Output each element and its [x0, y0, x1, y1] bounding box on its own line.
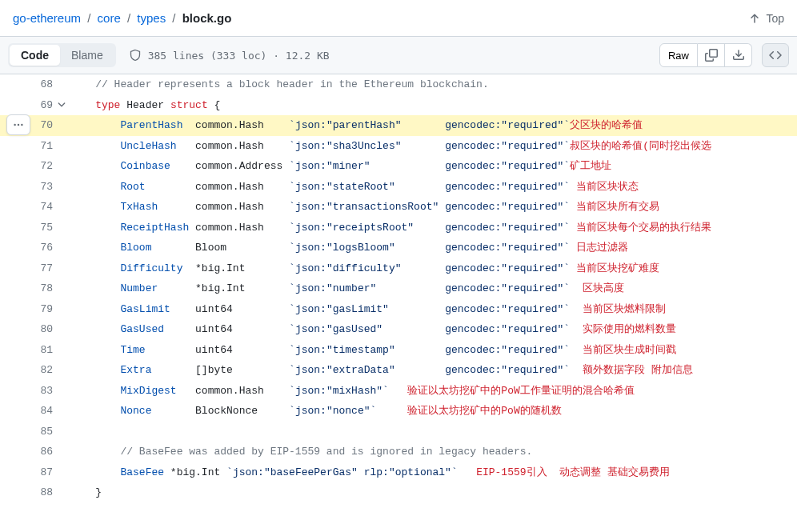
line-content: Extra []byte `json:"extraData" gencodec:…	[70, 360, 797, 381]
line-number[interactable]: 87	[0, 462, 70, 483]
file-stats: 385 lines (333 loc) · 12.2 KB	[148, 50, 330, 62]
file-toolbar: Code Blame 385 lines (333 loc) · 12.2 KB…	[0, 36, 797, 74]
line-content: Difficulty *big.Int `json:"difficulty" g…	[70, 258, 797, 279]
breadcrumb: go-ethereum / core / types / block.go	[13, 11, 231, 25]
line-content: type Header struct {	[70, 95, 797, 116]
kebab-icon	[13, 119, 24, 130]
svg-point-2	[21, 124, 22, 126]
breadcrumb-repo[interactable]: go-ethereum	[13, 11, 81, 25]
line-content: // Header represents a block header in t…	[70, 74, 797, 95]
line-content: BaseFee *big.Int `json:"baseFeePerGas" r…	[70, 462, 797, 483]
line-content: GasLimit uint64 `json:"gasLimit" gencode…	[70, 299, 797, 320]
code-line[interactable]: 82 Extra []byte `json:"extraData" gencod…	[0, 360, 797, 381]
code-line[interactable]: 77 Difficulty *big.Int `json:"difficulty…	[0, 258, 797, 279]
code-view[interactable]: 68 // Header represents a block header i…	[0, 74, 797, 503]
line-number[interactable]: 68	[0, 74, 70, 95]
line-content: Time uint64 `json:"timestamp" gencodec:"…	[70, 340, 797, 361]
copy-icon	[705, 49, 718, 62]
code-line[interactable]: 69 type Header struct {	[0, 95, 797, 116]
code-line[interactable]: 80 GasUsed uint64 `json:"gasUsed" gencod…	[0, 319, 797, 340]
code-line[interactable]: 87 BaseFee *big.Int `json:"baseFeePerGas…	[0, 462, 797, 483]
line-content: ParentHash common.Hash `json:"parentHash…	[70, 115, 797, 136]
line-content: }	[70, 482, 797, 503]
line-content: Nonce BlockNonce `json:"nonce"` 验证以太坊挖矿中…	[70, 401, 797, 422]
line-number[interactable]: 88	[0, 482, 70, 503]
breadcrumb-core[interactable]: core	[98, 11, 121, 25]
line-number[interactable]: 83	[0, 381, 70, 402]
line-number[interactable]: 84	[0, 401, 70, 422]
line-content: Root common.Hash `json:"stateRoot" genco…	[70, 177, 797, 198]
code-line[interactable]: 84 Nonce BlockNonce `json:"nonce"` 验证以太坊…	[0, 401, 797, 422]
code-line[interactable]: 73 Root common.Hash `json:"stateRoot" ge…	[0, 177, 797, 198]
svg-point-0	[14, 124, 15, 126]
raw-button[interactable]: Raw	[659, 43, 698, 67]
line-content: GasUsed uint64 `json:"gasUsed" gencodec:…	[70, 319, 797, 340]
line-number[interactable]: 78	[0, 278, 70, 299]
code-line[interactable]: 76 Bloom Bloom `json:"logsBloom" gencode…	[0, 238, 797, 258]
code-line[interactable]: 86 // BaseFee was added by EIP-1559 and …	[0, 442, 797, 462]
code-line[interactable]: 83 MixDigest common.Hash `json:"mixHash"…	[0, 381, 797, 402]
code-line[interactable]: 88 }	[0, 482, 797, 503]
code-line[interactable]: 68 // Header represents a block header i…	[0, 74, 797, 95]
line-content: ReceiptHash common.Hash `json:"receiptsR…	[70, 218, 797, 238]
download-button[interactable]	[725, 43, 752, 67]
copy-button[interactable]	[698, 43, 725, 67]
line-content: Bloom Bloom `json:"logsBloom" gencodec:"…	[70, 238, 797, 258]
fold-chevron-icon[interactable]	[56, 99, 67, 110]
view-tabs: Code Blame	[8, 43, 116, 67]
code-line[interactable]: 81 Time uint64 `json:"timestamp" gencode…	[0, 340, 797, 361]
code-line[interactable]: 78 Number *big.Int `json:"number" gencod…	[0, 278, 797, 299]
line-number[interactable]: 76	[0, 238, 70, 258]
symbols-button[interactable]	[762, 43, 789, 67]
download-icon	[732, 49, 745, 62]
breadcrumb-types[interactable]: types	[137, 11, 166, 25]
line-number[interactable]: 79	[0, 299, 70, 320]
shield-icon[interactable]	[129, 49, 142, 62]
tab-code[interactable]: Code	[10, 45, 60, 66]
line-number[interactable]: 85	[0, 422, 70, 442]
line-more-menu[interactable]	[6, 114, 30, 135]
code-line[interactable]: 75 ReceiptHash common.Hash `json:"receip…	[0, 218, 797, 238]
top-link[interactable]: Top	[748, 12, 784, 25]
line-number[interactable]: 72	[0, 156, 70, 177]
line-number[interactable]: 74	[0, 197, 70, 218]
line-number[interactable]: 77	[0, 258, 70, 279]
line-number[interactable]: 81	[0, 340, 70, 361]
code-line[interactable]: 72 Coinbase common.Address `json:"miner"…	[0, 156, 797, 177]
code-line[interactable]: 79 GasLimit uint64 `json:"gasLimit" genc…	[0, 299, 797, 320]
breadcrumb-current: block.go	[182, 11, 232, 25]
tab-blame[interactable]: Blame	[60, 45, 114, 66]
line-number[interactable]: 71	[0, 136, 70, 157]
line-number[interactable]: 75	[0, 218, 70, 238]
line-number[interactable]: 80	[0, 319, 70, 340]
code-line[interactable]: 70 ParentHash common.Hash `json:"parentH…	[0, 115, 797, 136]
line-number[interactable]: 73	[0, 177, 70, 198]
line-content: MixDigest common.Hash `json:"mixHash"` 验…	[70, 381, 797, 402]
line-number[interactable]: 69	[0, 95, 70, 116]
symbols-icon	[769, 49, 782, 62]
line-content: Coinbase common.Address `json:"miner" ge…	[70, 156, 797, 177]
code-line[interactable]: 74 TxHash common.Hash `json:"transaction…	[0, 197, 797, 218]
line-content	[70, 422, 797, 442]
code-line[interactable]: 85	[0, 422, 797, 442]
code-line[interactable]: 71 UncleHash common.Hash `json:"sha3Uncl…	[0, 136, 797, 157]
line-content: UncleHash common.Hash `json:"sha3Uncles"…	[70, 136, 797, 157]
line-content: // BaseFee was added by EIP-1559 and is …	[70, 442, 797, 462]
line-number[interactable]: 86	[0, 442, 70, 462]
line-content: TxHash common.Hash `json:"transactionsRo…	[70, 197, 797, 218]
line-number[interactable]: 82	[0, 360, 70, 381]
arrow-up-icon	[748, 12, 761, 25]
svg-point-1	[18, 124, 19, 126]
line-content: Number *big.Int `json:"number" gencodec:…	[70, 278, 797, 299]
